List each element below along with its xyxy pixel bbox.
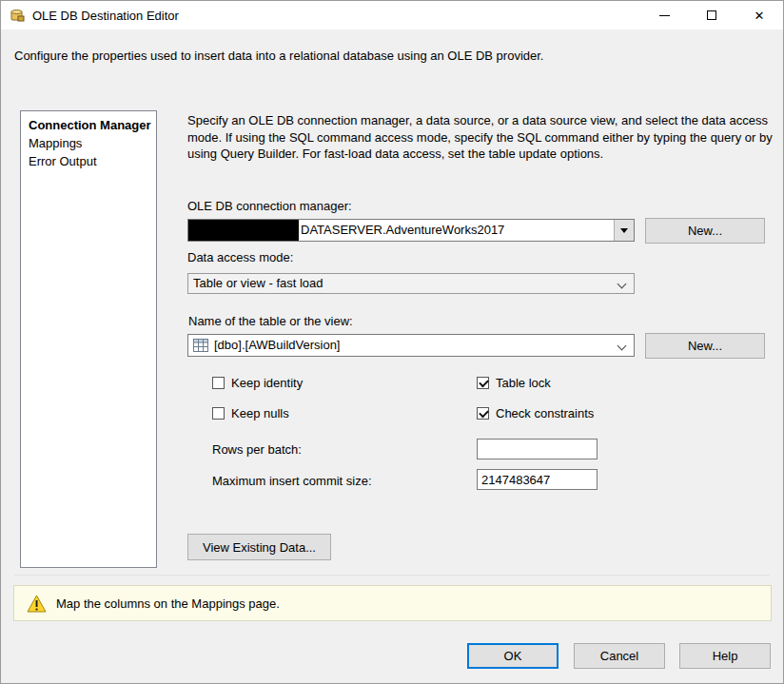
data-access-mode-value: Table or view - fast load (193, 274, 323, 293)
help-button[interactable]: Help (679, 643, 771, 669)
instructions-text: Specify an OLE DB connection manager, a … (187, 112, 774, 163)
nav-item-error-output[interactable]: Error Output (21, 152, 156, 170)
minimize-icon (659, 15, 670, 16)
max-commit-size-input[interactable] (477, 469, 598, 490)
warning-text: Map the columns on the Mappings page. (56, 596, 280, 611)
check-constraints-option[interactable]: Check constraints (477, 406, 594, 420)
dialog-description: Configure the properties used to insert … (14, 49, 766, 63)
chevron-down-icon (617, 280, 627, 289)
close-button[interactable]: ✕ (735, 1, 783, 29)
table-name-combobox[interactable]: [dbo].[AWBuildVersion] (187, 334, 635, 357)
nav-item-mappings[interactable]: Mappings (21, 134, 156, 152)
data-access-mode-label: Data access mode: (187, 250, 293, 264)
new-table-button[interactable]: New... (645, 333, 765, 359)
keep-nulls-label: Keep nulls (231, 406, 289, 420)
table-name-label: Name of the table or the view: (188, 314, 353, 328)
ole-db-destination-editor-dialog: OLE DB Destination Editor ✕ Configure th… (0, 0, 784, 684)
maximize-button[interactable] (688, 1, 735, 29)
connection-manager-value: DATASERVER.AdventureWorks2017 (301, 220, 504, 241)
cancel-button[interactable]: Cancel (574, 643, 665, 669)
table-lock-label: Table lock (496, 376, 551, 390)
titlebar: OLE DB Destination Editor ✕ (1, 1, 783, 29)
close-icon: ✕ (755, 10, 765, 22)
rows-per-batch-input[interactable] (477, 439, 598, 459)
ok-button[interactable]: OK (467, 643, 559, 669)
dropdown-arrow-icon[interactable] (614, 220, 634, 241)
warning-panel: Map the columns on the Mappings page. (13, 585, 772, 621)
maximize-icon (707, 10, 716, 20)
page-list: Connection Manager Mappings Error Output (20, 110, 157, 568)
window-title: OLE DB Destination Editor (32, 9, 179, 23)
keep-nulls-checkbox[interactable] (212, 407, 225, 420)
warning-icon (27, 595, 47, 613)
table-lock-option[interactable]: Table lock (477, 376, 551, 390)
table-name-value: [dbo].[AWBuildVersion] (214, 335, 340, 356)
view-existing-data-button[interactable]: View Existing Data... (187, 534, 331, 560)
data-access-mode-combobox[interactable]: Table or view - fast load (187, 273, 635, 294)
table-lock-checkbox[interactable] (477, 377, 489, 389)
check-constraints-checkbox[interactable] (477, 407, 489, 420)
app-icon (10, 8, 25, 23)
separator-line (14, 575, 770, 576)
new-connection-button[interactable]: New... (645, 218, 765, 244)
keep-identity-label: Keep identity (231, 376, 303, 390)
window-controls: ✕ (640, 1, 783, 29)
connection-manager-label: OLE DB connection manager: (187, 199, 352, 213)
max-commit-size-label: Maximum insert commit size: (212, 474, 372, 488)
keep-identity-option[interactable]: Keep identity (212, 376, 303, 390)
check-constraints-label: Check constraints (496, 406, 594, 420)
redacted-text-block (188, 220, 299, 241)
nav-item-connection-manager[interactable]: Connection Manager (21, 116, 156, 134)
table-icon (193, 339, 208, 352)
chevron-down-icon (617, 342, 627, 351)
minimize-button[interactable] (640, 1, 688, 29)
keep-nulls-option[interactable]: Keep nulls (212, 406, 289, 420)
connection-manager-combobox[interactable]: DATASERVER.AdventureWorks2017 (187, 219, 635, 242)
rows-per-batch-label: Rows per batch: (212, 442, 302, 457)
keep-identity-checkbox[interactable] (212, 377, 225, 389)
